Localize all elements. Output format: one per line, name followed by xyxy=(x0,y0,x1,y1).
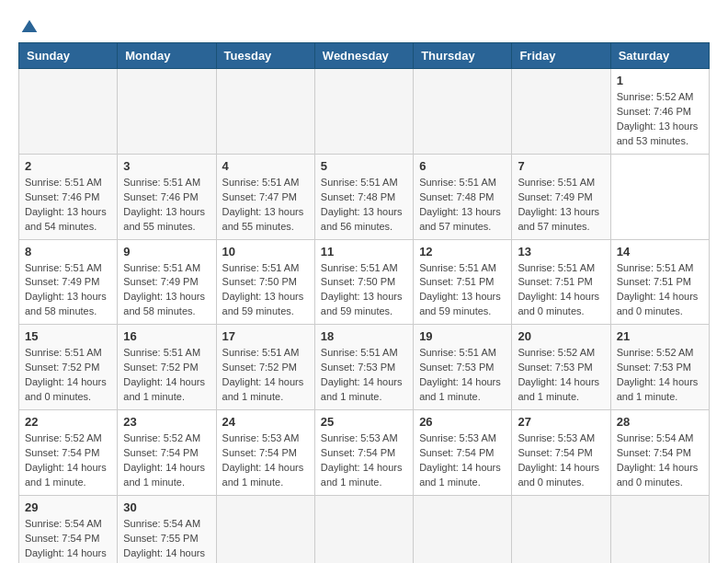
calendar-cell: 1Sunrise: 5:52 AMSunset: 7:46 PMDaylight… xyxy=(610,69,709,155)
calendar-cell: 2Sunrise: 5:51 AMSunset: 7:46 PMDaylight… xyxy=(19,154,118,239)
calendar-cell: 8Sunrise: 5:51 AMSunset: 7:49 PMDaylight… xyxy=(19,239,118,325)
day-number: 22 xyxy=(25,415,111,429)
calendar-cell: 18Sunrise: 5:51 AMSunset: 7:53 PMDayligh… xyxy=(314,325,413,410)
column-header-tuesday: Tuesday xyxy=(216,43,314,69)
calendar-cell: 28Sunrise: 5:54 AMSunset: 7:54 PMDayligh… xyxy=(610,410,709,496)
day-number: 28 xyxy=(617,415,703,429)
calendar-cell: 16Sunrise: 5:51 AMSunset: 7:52 PMDayligh… xyxy=(118,325,216,410)
day-info: Sunrise: 5:51 AMSunset: 7:48 PMDaylight:… xyxy=(321,176,407,235)
day-number: 8 xyxy=(25,245,111,259)
page-header xyxy=(18,18,710,33)
calendar-cell-empty xyxy=(118,69,216,155)
day-number: 20 xyxy=(518,329,604,343)
day-info: Sunrise: 5:51 AMSunset: 7:52 PMDaylight:… xyxy=(222,346,309,405)
calendar-cell: 14Sunrise: 5:51 AMSunset: 7:51 PMDayligh… xyxy=(610,239,709,325)
day-info: Sunrise: 5:51 AMSunset: 7:49 PMDaylight:… xyxy=(25,261,111,320)
day-info: Sunrise: 5:51 AMSunset: 7:46 PMDaylight:… xyxy=(123,176,210,235)
calendar-cell: 24Sunrise: 5:53 AMSunset: 7:54 PMDayligh… xyxy=(216,410,314,496)
calendar-cell: 22Sunrise: 5:52 AMSunset: 7:54 PMDayligh… xyxy=(19,410,118,496)
calendar-cell: 20Sunrise: 5:52 AMSunset: 7:53 PMDayligh… xyxy=(512,325,610,410)
day-info: Sunrise: 5:52 AMSunset: 7:53 PMDaylight:… xyxy=(617,346,703,405)
day-info: Sunrise: 5:51 AMSunset: 7:53 PMDaylight:… xyxy=(321,346,407,405)
day-info: Sunrise: 5:52 AMSunset: 7:46 PMDaylight:… xyxy=(617,90,703,149)
calendar-cell: 17Sunrise: 5:51 AMSunset: 7:52 PMDayligh… xyxy=(216,325,314,410)
day-number: 30 xyxy=(123,500,210,514)
day-number: 11 xyxy=(321,245,407,259)
calendar-cell: 15Sunrise: 5:51 AMSunset: 7:52 PMDayligh… xyxy=(19,325,118,410)
calendar-cell: 21Sunrise: 5:52 AMSunset: 7:53 PMDayligh… xyxy=(610,325,709,410)
column-header-friday: Friday xyxy=(512,43,610,69)
day-info: Sunrise: 5:54 AMSunset: 7:54 PMDaylight:… xyxy=(617,431,703,490)
calendar-week-2: 8Sunrise: 5:51 AMSunset: 7:49 PMDaylight… xyxy=(19,239,710,325)
calendar-cell: 29Sunrise: 5:54 AMSunset: 7:54 PMDayligh… xyxy=(19,495,118,563)
calendar-cell: 13Sunrise: 5:51 AMSunset: 7:51 PMDayligh… xyxy=(512,239,610,325)
calendar-cell: 7Sunrise: 5:51 AMSunset: 7:49 PMDaylight… xyxy=(512,154,610,239)
day-number: 19 xyxy=(419,329,506,343)
calendar-cell-empty xyxy=(314,69,413,155)
calendar-cell xyxy=(610,495,709,563)
column-header-monday: Monday xyxy=(118,43,216,69)
day-number: 23 xyxy=(123,415,210,429)
calendar-cell xyxy=(216,495,314,563)
day-info: Sunrise: 5:51 AMSunset: 7:52 PMDaylight:… xyxy=(123,346,210,405)
calendar-cell: 5Sunrise: 5:51 AMSunset: 7:48 PMDaylight… xyxy=(314,154,413,239)
column-header-sunday: Sunday xyxy=(19,43,118,69)
calendar-cell: 25Sunrise: 5:53 AMSunset: 7:54 PMDayligh… xyxy=(314,410,413,496)
day-number: 15 xyxy=(25,329,111,343)
day-info: Sunrise: 5:54 AMSunset: 7:55 PMDaylight:… xyxy=(123,517,210,563)
day-number: 29 xyxy=(25,500,111,514)
calendar-cell: 4Sunrise: 5:51 AMSunset: 7:47 PMDaylight… xyxy=(216,154,314,239)
day-info: Sunrise: 5:53 AMSunset: 7:54 PMDaylight:… xyxy=(321,431,407,490)
day-info: Sunrise: 5:51 AMSunset: 7:49 PMDaylight:… xyxy=(123,261,210,320)
day-number: 21 xyxy=(617,329,703,343)
day-info: Sunrise: 5:51 AMSunset: 7:48 PMDaylight:… xyxy=(419,176,506,235)
day-number: 18 xyxy=(321,329,407,343)
day-info: Sunrise: 5:51 AMSunset: 7:46 PMDaylight:… xyxy=(25,176,111,235)
logo-icon xyxy=(20,18,39,37)
calendar-week-3: 15Sunrise: 5:51 AMSunset: 7:52 PMDayligh… xyxy=(19,325,710,410)
calendar-cell: 6Sunrise: 5:51 AMSunset: 7:48 PMDaylight… xyxy=(414,154,512,239)
calendar-header-row: SundayMondayTuesdayWednesdayThursdayFrid… xyxy=(19,43,710,69)
calendar-cell xyxy=(512,495,610,563)
day-info: Sunrise: 5:51 AMSunset: 7:53 PMDaylight:… xyxy=(419,346,506,405)
day-number: 25 xyxy=(321,415,407,429)
calendar-week-0: 1Sunrise: 5:52 AMSunset: 7:46 PMDaylight… xyxy=(19,69,710,155)
calendar-cell xyxy=(314,495,413,563)
day-info: Sunrise: 5:51 AMSunset: 7:49 PMDaylight:… xyxy=(518,176,604,235)
day-info: Sunrise: 5:53 AMSunset: 7:54 PMDaylight:… xyxy=(222,431,309,490)
calendar-week-4: 22Sunrise: 5:52 AMSunset: 7:54 PMDayligh… xyxy=(19,410,710,496)
column-header-saturday: Saturday xyxy=(610,43,709,69)
day-number: 5 xyxy=(321,159,407,173)
day-number: 13 xyxy=(518,245,604,259)
calendar-cell xyxy=(414,495,512,563)
day-number: 2 xyxy=(25,159,111,173)
calendar-table: SundayMondayTuesdayWednesdayThursdayFrid… xyxy=(18,42,710,563)
calendar-cell: 12Sunrise: 5:51 AMSunset: 7:51 PMDayligh… xyxy=(414,239,512,325)
calendar-cell: 30Sunrise: 5:54 AMSunset: 7:55 PMDayligh… xyxy=(118,495,216,563)
day-number: 6 xyxy=(419,159,506,173)
calendar-cell: 9Sunrise: 5:51 AMSunset: 7:49 PMDaylight… xyxy=(118,239,216,325)
day-number: 17 xyxy=(222,329,309,343)
day-number: 12 xyxy=(419,245,506,259)
day-number: 10 xyxy=(222,245,309,259)
day-number: 27 xyxy=(518,415,604,429)
calendar-cell: 26Sunrise: 5:53 AMSunset: 7:54 PMDayligh… xyxy=(414,410,512,496)
day-number: 9 xyxy=(123,245,210,259)
column-header-thursday: Thursday xyxy=(414,43,512,69)
day-number: 7 xyxy=(518,159,604,173)
logo xyxy=(18,18,39,33)
calendar-week-5: 29Sunrise: 5:54 AMSunset: 7:54 PMDayligh… xyxy=(19,495,710,563)
day-info: Sunrise: 5:51 AMSunset: 7:50 PMDaylight:… xyxy=(222,261,309,320)
day-number: 3 xyxy=(123,159,210,173)
day-info: Sunrise: 5:51 AMSunset: 7:47 PMDaylight:… xyxy=(222,176,309,235)
calendar-cell-empty xyxy=(512,69,610,155)
calendar-cell: 23Sunrise: 5:52 AMSunset: 7:54 PMDayligh… xyxy=(118,410,216,496)
calendar-week-1: 2Sunrise: 5:51 AMSunset: 7:46 PMDaylight… xyxy=(19,154,710,239)
calendar-cell: 3Sunrise: 5:51 AMSunset: 7:46 PMDaylight… xyxy=(118,154,216,239)
svg-marker-0 xyxy=(22,20,38,32)
calendar-cell: 11Sunrise: 5:51 AMSunset: 7:50 PMDayligh… xyxy=(314,239,413,325)
calendar-cell: 27Sunrise: 5:53 AMSunset: 7:54 PMDayligh… xyxy=(512,410,610,496)
calendar-cell: 10Sunrise: 5:51 AMSunset: 7:50 PMDayligh… xyxy=(216,239,314,325)
day-info: Sunrise: 5:53 AMSunset: 7:54 PMDaylight:… xyxy=(419,431,506,490)
day-info: Sunrise: 5:51 AMSunset: 7:51 PMDaylight:… xyxy=(617,261,703,320)
